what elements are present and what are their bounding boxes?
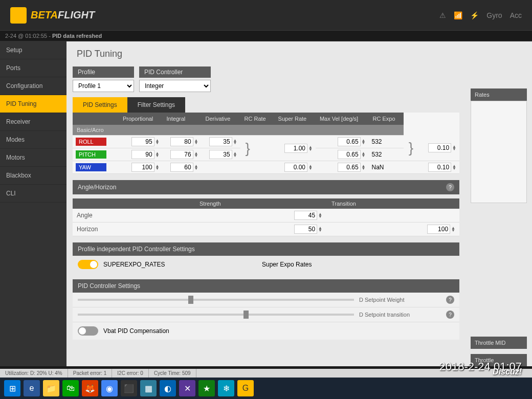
pid-header bbox=[73, 113, 119, 125]
app-icon-2[interactable]: ▦ bbox=[140, 380, 157, 396]
tab-pid-settings[interactable]: PID Settings bbox=[73, 97, 127, 113]
angle-horizon-title: Angle/Horizon bbox=[78, 184, 116, 191]
super-rate-input[interactable]: ▲▼ bbox=[319, 163, 366, 172]
sidebar-item-cli[interactable]: CLI bbox=[0, 185, 66, 203]
basic-acro-section: Basic/Acro bbox=[73, 125, 404, 136]
page-title: PID Tuning bbox=[66, 41, 465, 66]
app-icon[interactable]: ⬛ bbox=[121, 380, 137, 396]
rates-graph bbox=[471, 101, 527, 203]
watermark: Discuz! bbox=[493, 367, 522, 376]
pid-header: Max Vel [deg/s] bbox=[316, 113, 369, 125]
footer-utilization: Utilization: D: 20% U: 4% bbox=[0, 369, 68, 378]
sidebar-item-pid-tuning[interactable]: PID Tuning bbox=[0, 95, 66, 113]
p-input[interactable]: ▲▼ bbox=[122, 137, 160, 146]
strength-header: Strength bbox=[195, 198, 327, 209]
pid-table: ProportionalIntegralDerivativeRC RateSup… bbox=[73, 113, 459, 174]
vbat-label: Vbat PID Compensation bbox=[103, 327, 169, 335]
pid-header: Proportional bbox=[119, 113, 163, 125]
status-bar: 2-24 @ 01:02:55 - PID data refreshed bbox=[0, 31, 532, 41]
strength-input[interactable]: ▲▼ bbox=[294, 211, 322, 220]
i-input[interactable]: ▲▼ bbox=[166, 150, 198, 159]
axis-pitch: PITCH bbox=[76, 150, 106, 159]
superexpo-label: SUPEREXPO_RATES bbox=[103, 261, 257, 268]
sidebar-item-modes[interactable]: Modes bbox=[0, 131, 66, 149]
app-icon-3[interactable]: ◐ bbox=[160, 380, 176, 396]
folder-icon[interactable]: 📁 bbox=[43, 380, 59, 396]
rates-header: Rates bbox=[471, 88, 527, 101]
max-vel: NaN bbox=[368, 161, 403, 174]
tab-filter-settings[interactable]: Filter Settings bbox=[127, 97, 185, 113]
warning-icon: ⚠ bbox=[439, 11, 446, 19]
d-input[interactable]: ▲▼ bbox=[205, 137, 237, 146]
angle-row-label: Horizon bbox=[77, 226, 199, 233]
sidebar-item-blackbox[interactable]: Blackbox bbox=[0, 167, 66, 185]
super-rate-input[interactable]: ▲▼ bbox=[319, 150, 366, 159]
app-icon-5[interactable]: ★ bbox=[198, 380, 215, 396]
i-input[interactable]: ▲▼ bbox=[166, 137, 198, 146]
transition-input[interactable]: ▲▼ bbox=[427, 225, 455, 234]
pid-header: Derivative bbox=[202, 113, 240, 125]
strength-input[interactable]: ▲▼ bbox=[294, 225, 322, 234]
rc-expo-input[interactable]: ▲▼ bbox=[424, 163, 456, 172]
status-time: 2-24 @ 01:02:55 bbox=[5, 33, 47, 39]
d-setpoint-transition-slider[interactable] bbox=[78, 314, 354, 316]
pid-header: RC Expo bbox=[368, 113, 403, 125]
help-icon[interactable]: ? bbox=[446, 296, 454, 304]
superexpo-desc: Super Expo Rates bbox=[262, 261, 312, 268]
pid-header: RC Rate bbox=[240, 113, 274, 125]
max-vel: 532 bbox=[368, 148, 403, 161]
rc-rate-input[interactable]: ▲▼ bbox=[277, 144, 313, 153]
taskbar: ⊞ e 📁 🛍 🦊 ◉ ⬛ ▦ ◐ ✕ ★ ❄ G bbox=[0, 378, 532, 399]
firefox-icon[interactable]: 🦊 bbox=[82, 380, 98, 396]
chrome-icon[interactable]: ◉ bbox=[101, 380, 118, 396]
superexpo-toggle[interactable] bbox=[78, 260, 98, 269]
start-icon[interactable]: ⊞ bbox=[4, 380, 20, 396]
d-setpoint-transition-label: D Setpoint transition bbox=[359, 312, 441, 318]
help-icon[interactable]: ? bbox=[446, 183, 454, 191]
store-icon[interactable]: 🛍 bbox=[62, 380, 79, 396]
pid-controller-select[interactable]: Integer bbox=[139, 80, 211, 92]
header-icons: ⚠ 📶 ⚡ Gyro Acc bbox=[439, 11, 522, 19]
axis-yaw: YAW bbox=[76, 163, 106, 171]
logo-icon bbox=[10, 7, 27, 24]
vbat-toggle[interactable] bbox=[78, 326, 98, 336]
pid-controller-label: PID Controller bbox=[139, 66, 211, 78]
transition-header: Transition bbox=[327, 198, 459, 209]
rc-rate-input[interactable]: ▲▼ bbox=[277, 163, 313, 172]
app-icon-6[interactable]: ❄ bbox=[218, 380, 234, 396]
pid-controller-settings-title: PID Controller Settings bbox=[78, 282, 140, 290]
i-input[interactable]: ▲▼ bbox=[166, 163, 198, 172]
d-setpoint-weight-slider[interactable] bbox=[78, 299, 354, 301]
footer-i2c-error: I2C error: 0 bbox=[112, 369, 149, 378]
p-input[interactable]: ▲▼ bbox=[122, 150, 160, 159]
sidebar: SetupPortsConfigurationPID TuningReceive… bbox=[0, 41, 66, 366]
logo: BETAFLIGHT bbox=[10, 7, 95, 24]
sidebar-item-receiver[interactable]: Receiver bbox=[0, 113, 66, 131]
sidebar-item-configuration[interactable]: Configuration bbox=[0, 77, 66, 95]
pid-header: Integral bbox=[163, 113, 202, 125]
logo-text: BETAFLIGHT bbox=[31, 9, 95, 21]
profile-indep-title: Profile independent PID Controller Setti… bbox=[78, 246, 195, 253]
p-input[interactable]: ▲▼ bbox=[122, 163, 160, 172]
wifi-icon: 📶 bbox=[454, 11, 462, 19]
pid-header: Super Rate bbox=[274, 113, 316, 125]
status-message: PID data refreshed bbox=[52, 33, 102, 39]
throttle-mid-header: Throttle MID bbox=[471, 337, 527, 349]
axis-roll: ROLL bbox=[76, 138, 106, 146]
d-input[interactable]: ▲▼ bbox=[205, 150, 237, 159]
betaflight-icon[interactable]: G bbox=[237, 380, 254, 396]
edge-icon[interactable]: e bbox=[24, 380, 40, 396]
help-icon[interactable]: ? bbox=[446, 311, 454, 319]
footer-packet-error: Packet error: 1 bbox=[68, 369, 113, 378]
profile-label: Profile bbox=[73, 66, 134, 78]
rc-expo-input[interactable]: ▲▼ bbox=[424, 143, 456, 152]
super-rate-input[interactable]: ▲▼ bbox=[319, 137, 366, 146]
app-icon-4[interactable]: ✕ bbox=[179, 380, 195, 396]
max-vel: 532 bbox=[368, 136, 403, 148]
profile-select[interactable]: Profile 1 bbox=[73, 80, 134, 92]
acc-label: Acc bbox=[510, 11, 522, 19]
pid-controller-settings-header: PID Controller Settings bbox=[73, 279, 459, 293]
sidebar-item-ports[interactable]: Ports bbox=[0, 59, 66, 77]
sidebar-item-setup[interactable]: Setup bbox=[0, 41, 66, 59]
sidebar-item-motors[interactable]: Motors bbox=[0, 149, 66, 167]
